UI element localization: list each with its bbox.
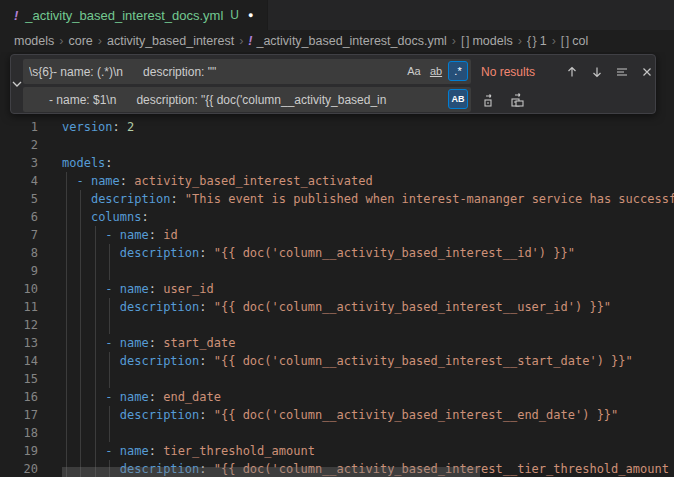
code-line[interactable]: 15: [0, 370, 674, 388]
indent-guide: [66, 190, 67, 208]
replace-input[interactable]: [23, 87, 471, 112]
breadcrumb-separator-icon: ›: [98, 34, 102, 48]
code-text: version: 2: [62, 118, 134, 136]
code-line[interactable]: 8 description: "{{ doc('column__activity…: [0, 244, 674, 262]
indent-guide: [109, 370, 110, 388]
find-in-selection-button[interactable]: [611, 61, 633, 83]
dirty-indicator-icon[interactable]: ●: [248, 10, 253, 20]
toggle-replace-button[interactable]: [11, 55, 23, 113]
breadcrumb-label: 1: [540, 34, 547, 48]
line-number: 20: [0, 460, 38, 477]
indent-guide: [109, 298, 110, 316]
replace-button[interactable]: [479, 89, 501, 111]
code-line[interactable]: 12: [0, 316, 674, 334]
code-line[interactable]: 19 - name: tier_threshold_amount: [0, 442, 674, 460]
breadcrumb-item-col[interactable]: [ ]col: [561, 34, 588, 48]
indent-guide: [80, 244, 81, 262]
code-text: description: "{{ doc('column__activity_b…: [62, 244, 575, 262]
breadcrumb-item-activity-based-interest[interactable]: activity_based_interest: [107, 34, 234, 48]
code-text: columns:: [62, 208, 149, 226]
symbol-icon: { }: [527, 34, 536, 48]
code-line[interactable]: 1version: 2: [0, 118, 674, 136]
breadcrumb-item--activity-based-interest-docs-yml[interactable]: !_activity_based_interest_docs.yml: [248, 34, 447, 48]
preserve-case-icon[interactable]: AB: [448, 89, 468, 109]
indent-guide: [66, 370, 67, 388]
indent-guide: [95, 298, 96, 316]
code-line[interactable]: 11 description: "{{ doc('column__activit…: [0, 298, 674, 316]
close-find-button[interactable]: [636, 61, 658, 83]
indent-guide: [80, 352, 81, 370]
code-line[interactable]: 14 description: "{{ doc('column__activit…: [0, 352, 674, 370]
code-line[interactable]: 17 description: "{{ doc('column__activit…: [0, 406, 674, 424]
indent-guide: [80, 334, 81, 352]
breadcrumb-item-1[interactable]: { }1: [527, 34, 547, 48]
replace-all-button[interactable]: [507, 89, 529, 111]
horizontal-scrollbar[interactable]: [62, 467, 480, 477]
code-area[interactable]: 1version: 223models:4 - name: activity_b…: [0, 118, 674, 477]
indent-guide: [80, 406, 81, 424]
indent-guide: [109, 424, 110, 442]
indent-guide: [66, 424, 67, 442]
breadcrumb-item-core[interactable]: core: [68, 34, 92, 48]
code-text: description: "This event is published wh…: [62, 190, 674, 208]
indent-guide: [80, 442, 81, 460]
code-text: - name: activity_based_interest_activate…: [62, 172, 373, 190]
code-line[interactable]: 6 columns:: [0, 208, 674, 226]
indent-guide: [95, 352, 96, 370]
indent-guide: [66, 262, 67, 280]
selection-lines-icon: [615, 65, 629, 79]
code-line[interactable]: 9: [0, 262, 674, 280]
indent-guide: [95, 388, 96, 406]
indent-guide: [66, 244, 67, 262]
indent-guide: [66, 442, 67, 460]
regex-icon[interactable]: .*: [448, 61, 468, 81]
breadcrumb-separator-icon: ›: [552, 34, 556, 48]
indent-guide: [80, 298, 81, 316]
indent-guide: [80, 280, 81, 298]
indent-guide: [66, 352, 67, 370]
line-number: 6: [0, 208, 38, 226]
indent-guide: [95, 406, 96, 424]
indent-guide: [80, 226, 81, 244]
line-number: 11: [0, 298, 38, 316]
code-line[interactable]: 4 - name: activity_based_interest_activa…: [0, 172, 674, 190]
code-line[interactable]: 2: [0, 136, 674, 154]
breadcrumb-item-models[interactable]: models: [14, 34, 54, 48]
line-number: 17: [0, 406, 38, 424]
match-case-icon[interactable]: Aa: [404, 61, 424, 81]
find-next-button[interactable]: [586, 61, 608, 83]
line-number: 1: [0, 118, 38, 136]
editor-pane[interactable]: Aa ab .* No results: [0, 52, 674, 477]
code-line[interactable]: 18: [0, 424, 674, 442]
find-row: Aa ab .* No results: [23, 59, 658, 84]
breadcrumb-separator-icon: ›: [239, 34, 243, 48]
indent-guide: [66, 208, 67, 226]
editor-tab[interactable]: ! _activity_based_interest_docs.yml U ●: [0, 0, 268, 30]
replace-row: AB: [23, 87, 658, 112]
breadcrumb-separator-icon: ›: [452, 34, 456, 48]
indent-guide: [109, 244, 110, 262]
line-number: 5: [0, 190, 38, 208]
find-previous-button[interactable]: [561, 61, 583, 83]
code-line[interactable]: 3models:: [0, 154, 674, 172]
whole-word-icon[interactable]: ab: [426, 61, 446, 81]
code-line[interactable]: 16 - name: end_date: [0, 388, 674, 406]
indent-guide: [80, 190, 81, 208]
code-line[interactable]: 7 - name: id: [0, 226, 674, 244]
indent-guide: [95, 226, 96, 244]
code-line[interactable]: 5 description: "This event is published …: [0, 190, 674, 208]
code-text: - name: user_id: [62, 280, 214, 298]
indent-guide: [95, 442, 96, 460]
close-icon: [641, 66, 653, 78]
code-line[interactable]: 13 - name: start_date: [0, 334, 674, 352]
indent-guide: [80, 370, 81, 388]
indent-guide: [95, 334, 96, 352]
line-number: 10: [0, 280, 38, 298]
line-number: 9: [0, 262, 38, 280]
code-text: models:: [62, 154, 113, 172]
code-text: - name: start_date: [62, 334, 235, 352]
breadcrumb-item-models[interactable]: [ ]models: [461, 34, 513, 48]
indent-guide: [66, 226, 67, 244]
code-line[interactable]: 10 - name: user_id: [0, 280, 674, 298]
code-text: - name: tier_threshold_amount: [62, 442, 315, 460]
